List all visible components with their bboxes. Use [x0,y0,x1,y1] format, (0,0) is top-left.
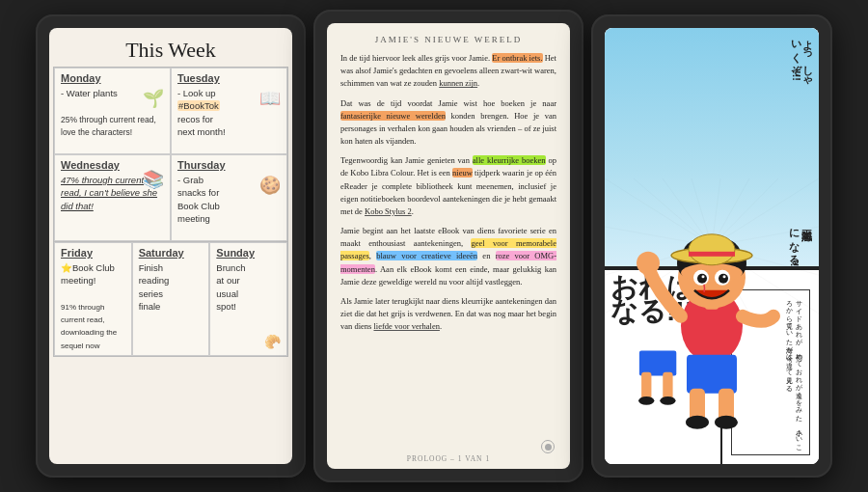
wednesday-cell: Wednesday 47% through current read, I ca… [54,154,171,241]
ebook-footer: PROLOOG – 1 VAN 1 [327,454,570,463]
thursday-label: Thursday [177,159,281,171]
monday-cell: Monday - Water plants 25% through curren… [54,68,171,154]
friday-cell: Friday ⭐Book Club meeting! 91% through c… [54,242,132,356]
sunday-cell: Sunday Brunchat ourusualspot! 🥐 [209,242,287,356]
manga-title-right: 海賊王になる!!! [788,222,813,270]
bottom-row: Friday ⭐Book Club meeting! 91% through c… [53,242,288,357]
wednesday-icon: 📚 [143,169,164,190]
svg-point-29 [723,275,726,278]
para-1: In de tijd hiervoor leek alles grijs voo… [340,52,556,91]
manga-sky-panel: よっしゃいくぞ!!! 海賊王になる!!! [605,28,819,268]
manga-sfx-top: よっしゃいくぞ!!! [791,33,814,83]
para-5: Als Jamie later terugkijkt naar diens kl… [340,295,556,334]
monday-label: Monday [61,72,164,84]
tuesday-cell: Tuesday - Look up #BookTok recos for nex… [171,68,287,154]
saturday-content: Finishreadingseriesfinale [139,261,203,313]
friday-label: Friday [61,247,125,259]
device-left: This Week Monday - Water plants 25% thro… [36,14,306,478]
sunday-label: Sunday [216,247,281,259]
svg-point-37 [715,416,738,429]
device-right: よっしゃいくぞ!!! 海賊王になる!!! おれはなる!!! [591,14,832,478]
saturday-cell: Saturday Finishreadingseriesfinale [132,242,210,356]
progress-indicator [541,440,555,453]
saturday-label: Saturday [139,247,203,259]
left-screen: This Week Monday - Water plants 25% thro… [49,28,292,464]
thursday-icon: 🍪 [259,175,281,196]
svg-point-38 [637,252,660,275]
thursday-cell: Thursday - Grab snacks for Book Club mee… [171,154,287,241]
manga-screen: よっしゃいくぞ!!! 海賊王になる!!! おれはなる!!! [605,28,819,464]
sunday-content: Brunchat ourusualspot! [216,261,281,313]
devices-container: This Week Monday - Water plants 25% thro… [0,0,868,492]
para-3: Tegenwoordig kan Jamie genieten van alle… [340,154,556,218]
ebook-text: In de tijd hiervoor leek alles grijs voo… [340,52,556,333]
svg-point-27 [719,274,728,284]
svg-rect-33 [687,355,737,394]
svg-point-26 [697,274,707,284]
para-2: Dat was de tijd voordat Jamie wist hoe b… [340,97,556,149]
sunday-icon: 🥐 [264,334,281,349]
center-screen: JAMIE'S NIEUWE WERELD In de tijd hiervoo… [327,23,570,469]
friday-content: ⭐Book Club meeting! 91% through current … [61,261,125,351]
para-4: Jamie begint aan het laatste eBook van d… [340,225,556,288]
ebook-title: JAMIE'S NIEUWE WERELD [340,35,556,44]
right-screen: よっしゃいくぞ!!! 海賊王になる!!! おれはなる!!! [605,28,819,464]
device-center: JAMIE'S NIEUWE WERELD In de tijd hiervoo… [313,10,583,482]
monday-icon: 🌱 [143,88,164,109]
tuesday-label: Tuesday [177,72,281,84]
notebook: This Week Monday - Water plants 25% thro… [49,28,292,464]
svg-point-28 [702,275,705,278]
calendar-grid: Monday - Water plants 25% through curren… [53,67,288,242]
notebook-title: This Week [53,38,288,63]
svg-point-36 [686,416,709,429]
svg-point-31 [689,234,735,265]
tuesday-icon: 📖 [259,88,281,109]
svg-rect-32 [689,252,735,257]
svg-point-23 [681,263,743,283]
progress-inner [545,444,552,451]
